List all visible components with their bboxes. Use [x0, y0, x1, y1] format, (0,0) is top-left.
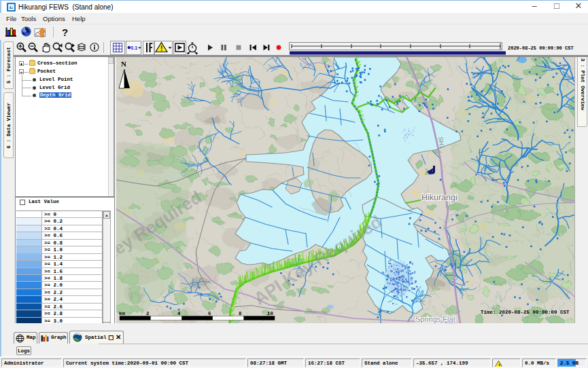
svg-text:Hikurangi: Hikurangi — [421, 193, 457, 202]
svg-text:6: 6 — [208, 311, 211, 316]
svg-text:!: ! — [160, 45, 162, 52]
svg-text:Time: 2020-08-25 00:00:00 CST: Time: 2020-08-25 00:00:00 CST — [481, 310, 570, 315]
svg-text:?: ? — [62, 26, 68, 38]
svg-text:8: 8 — [239, 311, 242, 316]
svg-text:2: 2 — [146, 311, 150, 316]
svg-text:!: ! — [498, 362, 501, 367]
svg-text:km: km — [119, 311, 126, 316]
svg-text:N: N — [121, 60, 126, 68]
svg-text:0.1: 0.1 — [131, 45, 137, 50]
svg-text:4: 4 — [177, 311, 181, 316]
svg-text:10: 10 — [267, 311, 274, 316]
svg-text:Springs Flat: Springs Flat — [415, 315, 455, 323]
